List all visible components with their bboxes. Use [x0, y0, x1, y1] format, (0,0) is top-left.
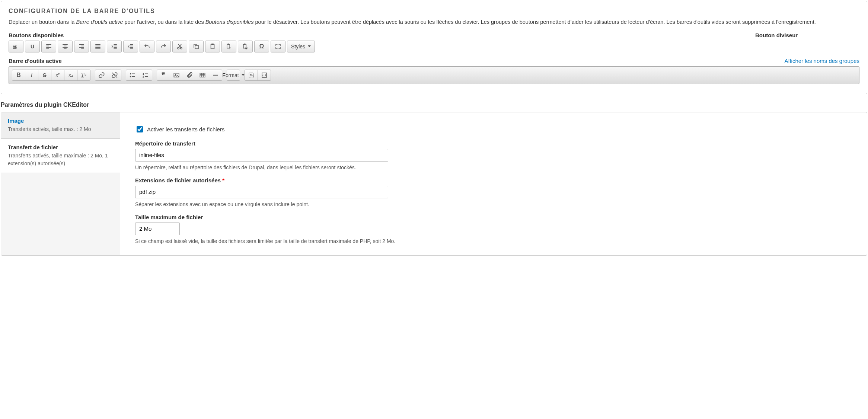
- extensions-input[interactable]: [135, 186, 388, 198]
- svg-rect-3: [195, 45, 198, 49]
- horizontal-rule-icon[interactable]: [209, 70, 222, 81]
- group-lists: 12: [126, 70, 152, 81]
- maximize-icon[interactable]: [271, 41, 285, 52]
- plugin-settings-title: Paramètres du plugin CKEditor: [1, 102, 868, 108]
- paste-word-icon[interactable]: W: [238, 41, 253, 52]
- superscript-icon[interactable]: x²: [51, 70, 64, 81]
- svg-rect-7: [228, 44, 229, 44]
- table-icon[interactable]: [196, 70, 209, 81]
- bullet-list-icon[interactable]: [126, 70, 139, 81]
- underline-icon[interactable]: U: [25, 41, 40, 52]
- styles-dropdown[interactable]: Styles: [287, 41, 315, 52]
- indent-icon[interactable]: [107, 41, 122, 52]
- vertical-tabs: Image Transferts activés, taille max. : …: [1, 112, 120, 255]
- source-icon[interactable]: [258, 70, 271, 81]
- unlink-icon[interactable]: [108, 70, 121, 81]
- svg-point-13: [130, 76, 131, 77]
- special-char-icon[interactable]: Ω: [254, 41, 269, 52]
- copy-icon[interactable]: [189, 41, 204, 52]
- available-row: Boutons disponibles 語 U T W Ω Styles: [9, 32, 859, 58]
- show-group-names-link[interactable]: Afficher les noms des groupes: [785, 58, 860, 64]
- svg-text:1: 1: [143, 73, 144, 75]
- svg-text:T: T: [229, 47, 231, 49]
- strikethrough-icon[interactable]: S: [38, 70, 51, 81]
- extensions-help: Séparer les extensions avec un espace ou…: [135, 201, 852, 207]
- tab-image-title: Image: [8, 118, 113, 124]
- upload-dir-input[interactable]: [135, 149, 388, 161]
- subscript-icon[interactable]: x₂: [64, 70, 77, 81]
- group-tools: [245, 70, 271, 81]
- cut-icon[interactable]: [172, 41, 187, 52]
- enable-uploads-checkbox[interactable]: [137, 126, 143, 132]
- max-size-input[interactable]: [135, 223, 180, 235]
- tab-image[interactable]: Image Transferts activés, taille max. : …: [1, 112, 120, 139]
- group-insert: ❞: [157, 70, 222, 81]
- max-size-label: Taille maximum de fichier: [135, 214, 852, 220]
- numbered-list-icon[interactable]: 12: [139, 70, 152, 81]
- active-toolbar-label: Barre d'outils active: [9, 58, 62, 64]
- attachment-icon[interactable]: [183, 70, 196, 81]
- svg-point-1: [178, 47, 179, 49]
- enable-uploads-row: Activer les transferts de fichiers: [135, 125, 852, 134]
- enable-uploads-label: Activer les transferts de fichiers: [147, 126, 224, 132]
- align-justify-icon[interactable]: [90, 41, 105, 52]
- tab-content-panel: Activer les transferts de fichiers Réper…: [120, 112, 867, 255]
- svg-rect-5: [212, 44, 214, 45]
- plugin-tabs-container: Image Transferts activés, taille max. : …: [1, 112, 867, 256]
- group-links: [95, 70, 121, 81]
- show-blocks-icon[interactable]: [245, 70, 258, 81]
- undo-icon[interactable]: [140, 41, 154, 52]
- svg-rect-10: [244, 44, 245, 44]
- align-center-icon[interactable]: [58, 41, 73, 52]
- tab-file-transfer[interactable]: Transfert de fichier Transferts activés,…: [1, 139, 120, 173]
- svg-point-2: [181, 47, 182, 49]
- language-icon[interactable]: 語: [9, 41, 23, 52]
- blockquote-icon[interactable]: ❞: [157, 70, 170, 81]
- active-toolbar: B I S x² x₂ T× 12 ❞ Format: [9, 66, 859, 84]
- chevron-down-icon: [308, 45, 311, 47]
- svg-rect-19: [249, 73, 253, 77]
- upload-dir-help: Un répertoire, relatif au répertoire des…: [135, 164, 852, 170]
- max-size-help: Si ce champ est laissé vide, la taille d…: [135, 238, 852, 244]
- toolbar-config-description: Déplacer un bouton dans la Barre d'outil…: [9, 17, 859, 27]
- chevron-down-icon: [242, 74, 245, 76]
- svg-point-12: [130, 73, 131, 74]
- svg-rect-18: [200, 73, 205, 77]
- divider-button-label: Bouton diviseur: [755, 32, 859, 38]
- extensions-label: Extensions de fichier autorisées *: [135, 177, 852, 183]
- format-dropdown[interactable]: Format: [227, 70, 240, 81]
- svg-text:2: 2: [143, 76, 144, 78]
- tab-file-desc: Transferts activés, taille maximale : 2 …: [8, 152, 113, 167]
- align-right-icon[interactable]: [74, 41, 89, 52]
- available-buttons-toolbar: 語 U T W Ω Styles: [9, 41, 755, 52]
- italic-icon[interactable]: I: [25, 70, 38, 81]
- paste-icon[interactable]: [205, 41, 220, 52]
- align-left-icon[interactable]: [41, 41, 56, 52]
- divider-button[interactable]: [759, 41, 759, 52]
- redo-icon[interactable]: [156, 41, 171, 52]
- toolbar-config-fieldset: Configuration de la barre d'outils Dépla…: [1, 1, 867, 94]
- tab-file-title: Transfert de fichier: [8, 144, 113, 150]
- link-icon[interactable]: [95, 70, 108, 81]
- group-text-style: B I S x² x₂ T×: [12, 70, 90, 81]
- toolbar-config-title: Configuration de la barre d'outils: [9, 8, 859, 15]
- upload-dir-label: Répertoire de transfert: [135, 140, 852, 147]
- required-marker: *: [222, 177, 224, 183]
- image-icon[interactable]: [170, 70, 183, 81]
- available-buttons-label: Boutons disponibles: [9, 32, 755, 38]
- bold-icon[interactable]: B: [12, 70, 25, 81]
- outdent-icon[interactable]: [123, 41, 138, 52]
- group-format: Format: [227, 70, 240, 81]
- svg-text:語: 語: [13, 45, 17, 49]
- svg-text:W: W: [245, 47, 248, 49]
- paste-text-icon[interactable]: T: [221, 41, 236, 52]
- tab-image-desc: Transferts activés, taille max. : 2 Mo: [8, 125, 113, 133]
- remove-format-icon[interactable]: T×: [77, 70, 90, 81]
